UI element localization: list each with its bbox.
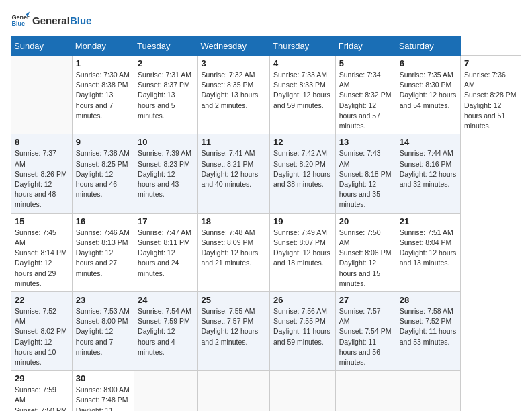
daylight: Daylight: 13 hours and 5 minutes. <box>138 91 175 119</box>
week-row-0: 1Sunrise: 7:30 AMSunset: 8:38 PMDaylight… <box>11 56 521 134</box>
day-info: Sunrise: 7:42 AMSunset: 8:20 PMDaylight:… <box>273 148 332 189</box>
sunrise: Sunrise: 7:54 AM <box>138 307 191 315</box>
logo: General Blue GeneralBlue <box>11 11 91 30</box>
day-info: Sunrise: 7:34 AMSunset: 8:32 PMDaylight:… <box>339 70 392 131</box>
sunrise: Sunrise: 7:53 AM <box>76 307 130 315</box>
day-info: Sunrise: 7:46 AMSunset: 8:13 PMDaylight:… <box>76 228 130 279</box>
day-number: 11 <box>202 137 267 147</box>
daylight: Daylight: 12 hours and 46 minutes. <box>76 170 117 198</box>
calendar-cell: 1Sunrise: 7:30 AMSunset: 8:38 PMDaylight… <box>72 56 134 134</box>
calendar-cell: 21Sunrise: 7:51 AMSunset: 8:04 PMDayligh… <box>396 213 460 291</box>
day-number: 20 <box>339 216 392 226</box>
day-info: Sunrise: 7:31 AMSunset: 8:37 PMDaylight:… <box>138 70 193 121</box>
day-info: Sunrise: 7:43 AMSunset: 8:18 PMDaylight:… <box>339 148 392 210</box>
day-info: Sunrise: 8:00 AMSunset: 7:48 PMDaylight:… <box>76 385 130 411</box>
calendar-body: 1Sunrise: 7:30 AMSunset: 8:38 PMDaylight… <box>11 56 521 412</box>
sunset: Sunset: 8:04 PM <box>400 238 452 246</box>
sunrise: Sunrise: 7:32 AM <box>202 71 255 79</box>
daylight: Daylight: 12 hours and 54 minutes. <box>400 91 457 109</box>
day-number: 21 <box>400 216 457 226</box>
day-info: Sunrise: 7:52 AMSunset: 8:02 PMDaylight:… <box>15 306 69 367</box>
calendar-cell: 3Sunrise: 7:32 AMSunset: 8:35 PMDaylight… <box>197 56 270 134</box>
daylight: Daylight: 12 hours and 4 minutes. <box>138 327 175 355</box>
sunrise: Sunrise: 7:46 AM <box>76 228 130 236</box>
day-info: Sunrise: 7:37 AMSunset: 8:26 PMDaylight:… <box>15 148 69 210</box>
day-info: Sunrise: 7:47 AMSunset: 8:11 PMDaylight:… <box>138 228 193 279</box>
sunrise: Sunrise: 7:42 AM <box>273 149 327 157</box>
day-number: 19 <box>273 216 332 226</box>
day-info: Sunrise: 7:45 AMSunset: 8:14 PMDaylight:… <box>15 228 69 289</box>
sunrise: Sunrise: 7:45 AM <box>15 228 56 246</box>
header-monday: Monday <box>72 37 134 56</box>
sunrise: Sunrise: 7:43 AM <box>339 149 381 167</box>
week-row-1: 8Sunrise: 7:37 AMSunset: 8:26 PMDaylight… <box>11 134 521 213</box>
daylight: Daylight: 11 hours and 53 minutes. <box>400 327 457 345</box>
daylight: Daylight: 12 hours and 57 minutes. <box>339 101 380 130</box>
calendar-cell: 4Sunrise: 7:33 AMSunset: 8:33 PMDaylight… <box>270 56 336 134</box>
header-tuesday: Tuesday <box>134 37 197 56</box>
calendar-cell: 19Sunrise: 7:49 AMSunset: 8:07 PMDayligh… <box>270 213 336 291</box>
day-number: 23 <box>76 295 130 305</box>
sunset: Sunset: 8:21 PM <box>202 160 254 168</box>
day-number: 8 <box>15 137 69 147</box>
daylight: Daylight: 13 hours and 7 minutes. <box>76 91 113 119</box>
calendar-cell: 2Sunrise: 7:31 AMSunset: 8:37 PMDaylight… <box>134 56 197 134</box>
day-number: 14 <box>400 137 457 147</box>
day-number: 17 <box>138 216 193 226</box>
calendar-cell: 11Sunrise: 7:41 AMSunset: 8:21 PMDayligh… <box>197 134 270 213</box>
day-info: Sunrise: 7:58 AMSunset: 7:52 PMDaylight:… <box>400 306 457 347</box>
day-number: 4 <box>273 58 332 68</box>
sunrise: Sunrise: 7:47 AM <box>138 228 191 236</box>
svg-text:Blue: Blue <box>11 20 25 27</box>
sunset: Sunset: 8:09 PM <box>202 238 254 246</box>
day-number: 5 <box>339 58 392 68</box>
day-info: Sunrise: 7:49 AMSunset: 8:07 PMDaylight:… <box>273 228 332 269</box>
sunset: Sunset: 8:37 PM <box>138 81 190 89</box>
day-info: Sunrise: 7:39 AMSunset: 8:23 PMDaylight:… <box>138 148 193 199</box>
day-info: Sunrise: 7:56 AMSunset: 7:55 PMDaylight:… <box>273 306 332 347</box>
sunset: Sunset: 7:52 PM <box>400 317 452 325</box>
sunrise: Sunrise: 7:55 AM <box>202 307 255 315</box>
sunrise: Sunrise: 7:37 AM <box>15 149 56 167</box>
calendar-cell <box>134 371 197 411</box>
sunrise: Sunrise: 7:36 AM <box>464 71 506 89</box>
daylight: Daylight: 12 hours and 38 minutes. <box>273 170 330 188</box>
sunset: Sunset: 8:18 PM <box>339 170 392 178</box>
header-friday: Friday <box>335 37 396 56</box>
daylight: Daylight: 12 hours and 18 minutes. <box>273 248 330 267</box>
day-number: 10 <box>138 137 193 147</box>
calendar-cell: 29Sunrise: 7:59 AMSunset: 7:50 PMDayligh… <box>11 371 73 411</box>
daylight: Daylight: 11 hours and 59 minutes. <box>273 327 330 345</box>
calendar-cell: 24Sunrise: 7:54 AMSunset: 7:59 PMDayligh… <box>134 291 197 370</box>
sunset: Sunset: 8:02 PM <box>15 327 67 335</box>
sunrise: Sunrise: 7:58 AM <box>400 307 453 315</box>
sunrise: Sunrise: 7:59 AM <box>15 385 56 404</box>
day-number: 9 <box>76 137 130 147</box>
sunrise: Sunrise: 7:41 AM <box>202 149 255 157</box>
daylight: Daylight: 12 hours and 24 minutes. <box>138 248 179 277</box>
daylight: Daylight: 12 hours and 48 minutes. <box>15 180 56 208</box>
sunrise: Sunrise: 7:31 AM <box>138 71 191 79</box>
sunset: Sunset: 8:20 PM <box>273 160 326 168</box>
sunrise: Sunrise: 7:51 AM <box>400 228 453 236</box>
empty-cell <box>11 56 73 134</box>
sunset: Sunset: 8:38 PM <box>76 81 128 89</box>
day-info: Sunrise: 7:50 AMSunset: 8:06 PMDaylight:… <box>339 228 392 289</box>
sunrise: Sunrise: 7:39 AM <box>138 149 191 157</box>
header-saturday: Saturday <box>396 37 460 56</box>
sunrise: Sunrise: 7:52 AM <box>15 307 56 325</box>
sunset: Sunset: 8:26 PM <box>15 170 67 178</box>
sunset: Sunset: 8:25 PM <box>76 160 128 168</box>
calendar-cell: 26Sunrise: 7:56 AMSunset: 7:55 PMDayligh… <box>270 291 336 370</box>
day-info: Sunrise: 7:59 AMSunset: 7:50 PMDaylight:… <box>15 385 69 411</box>
calendar-cell: 20Sunrise: 7:50 AMSunset: 8:06 PMDayligh… <box>335 213 396 291</box>
day-info: Sunrise: 7:51 AMSunset: 8:04 PMDaylight:… <box>400 228 457 269</box>
sunset: Sunset: 8:00 PM <box>76 317 128 325</box>
daylight: Daylight: 12 hours and 2 minutes. <box>202 327 259 345</box>
daylight: Daylight: 12 hours and 40 minutes. <box>202 170 259 188</box>
calendar-table: SundayMondayTuesdayWednesdayThursdayFrid… <box>11 36 521 411</box>
daylight: Daylight: 12 hours and 29 minutes. <box>15 259 56 287</box>
calendar-cell: 10Sunrise: 7:39 AMSunset: 8:23 PMDayligh… <box>134 134 197 213</box>
sunset: Sunset: 8:23 PM <box>138 160 190 168</box>
week-row-3: 22Sunrise: 7:52 AMSunset: 8:02 PMDayligh… <box>11 291 521 370</box>
